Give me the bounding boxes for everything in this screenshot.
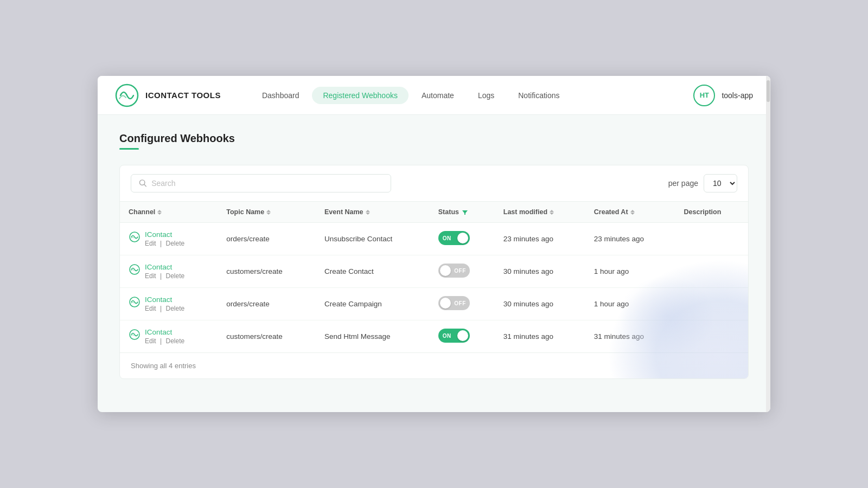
- cell-created-at-1: 1 hour ago: [585, 255, 675, 288]
- cell-created-at-0: 23 minutes ago: [585, 223, 675, 255]
- cell-topic-0: orders/create: [218, 223, 316, 255]
- data-table: Channel Topic Name: [120, 201, 748, 352]
- toggle-knob-2: [440, 298, 451, 309]
- table-row: IContact Edit | Delete orders/create Cre…: [120, 288, 748, 320]
- cell-description-0: [675, 223, 748, 255]
- toggle-knob-0: [457, 233, 468, 243]
- cell-last-modified-2: 30 minutes ago: [495, 288, 585, 320]
- nav-notifications[interactable]: Notifications: [507, 87, 570, 104]
- col-status[interactable]: Status: [430, 202, 495, 223]
- filter-icon: [462, 209, 468, 215]
- cell-channel-1: IContact Edit | Delete: [120, 255, 218, 288]
- edit-link-3[interactable]: Edit: [145, 337, 156, 345]
- delete-link-0[interactable]: Delete: [166, 240, 185, 247]
- toggle-knob-1: [440, 265, 451, 276]
- per-page-label: per page: [668, 179, 698, 188]
- cell-status-1: OFF: [430, 255, 495, 288]
- scrollbar-track[interactable]: [766, 76, 770, 412]
- cell-topic-2: orders/create: [218, 288, 316, 320]
- table-body: IContact Edit | Delete orders/create Uns…: [120, 223, 748, 353]
- nav-registered-webhooks[interactable]: Registered Webhooks: [312, 87, 408, 104]
- cell-created-at-2: 1 hour ago: [585, 288, 675, 320]
- header-right: HT tools-app: [693, 85, 753, 106]
- search-input[interactable]: [151, 179, 383, 188]
- edit-link-2[interactable]: Edit: [145, 305, 156, 312]
- entries-text: Showing all 4 entries: [120, 352, 748, 378]
- cell-event-1: Create Contact: [316, 255, 430, 288]
- cell-status-3: ON: [430, 320, 495, 353]
- user-label: tools-app: [722, 91, 753, 100]
- col-event-name[interactable]: Event Name: [316, 202, 430, 223]
- cell-event-0: Unsubscribe Contact: [316, 223, 430, 255]
- table-header-row: Channel Topic Name: [120, 202, 748, 223]
- sort-icon-last-modified: [550, 210, 554, 215]
- cell-description-1: [675, 255, 748, 288]
- channel-icon-2: [129, 296, 141, 308]
- status-toggle-0[interactable]: ON: [438, 231, 470, 245]
- channel-name-0: IContact: [145, 230, 184, 239]
- page-content: Configured Webhooks per page 10: [98, 115, 770, 396]
- cell-channel-2: IContact Edit | Delete: [120, 288, 218, 320]
- logo-area: ICONTACT TOOLS: [115, 84, 221, 107]
- edit-link-1[interactable]: Edit: [145, 272, 156, 280]
- search-icon: [139, 179, 147, 188]
- app-window: ICONTACT TOOLS Dashboard Registered Webh…: [98, 76, 770, 412]
- main-nav: Dashboard Registered Webhooks Automate L…: [251, 87, 680, 104]
- cell-created-at-3: 31 minutes ago: [585, 320, 675, 353]
- page-title: Configured Webhooks: [119, 132, 749, 145]
- toggle-label-0: ON: [443, 235, 451, 241]
- toggle-label-1: OFF: [454, 268, 466, 274]
- sort-icon-topic: [266, 210, 271, 215]
- col-created-at[interactable]: Created At: [585, 202, 675, 223]
- per-page-select[interactable]: 10 25 50: [704, 174, 737, 192]
- delete-link-2[interactable]: Delete: [166, 305, 185, 312]
- delete-link-1[interactable]: Delete: [166, 272, 185, 280]
- table-toolbar: per page 10 25 50: [120, 165, 748, 201]
- channel-name-3: IContact: [145, 328, 184, 336]
- header: ICONTACT TOOLS Dashboard Registered Webh…: [98, 76, 770, 115]
- col-last-modified[interactable]: Last modified: [495, 202, 585, 223]
- table-container: per page 10 25 50 Channel: [119, 165, 749, 379]
- channel-name-1: IContact: [145, 263, 184, 271]
- cell-event-2: Create Campaign: [316, 288, 430, 320]
- svg-marker-3: [462, 210, 468, 215]
- col-topic-name[interactable]: Topic Name: [218, 202, 316, 223]
- table-row: IContact Edit | Delete orders/create Uns…: [120, 223, 748, 255]
- nav-logs[interactable]: Logs: [467, 87, 505, 104]
- nav-automate[interactable]: Automate: [411, 87, 465, 104]
- channel-name-2: IContact: [145, 296, 184, 304]
- title-underline: [119, 148, 139, 150]
- table-row: IContact Edit | Delete customers/create …: [120, 320, 748, 353]
- search-box: [131, 174, 391, 192]
- cell-topic-1: customers/create: [218, 255, 316, 288]
- per-page-area: per page 10 25 50: [668, 174, 737, 192]
- status-toggle-2[interactable]: OFF: [438, 296, 470, 310]
- cell-channel-3: IContact Edit | Delete: [120, 320, 218, 353]
- svg-line-2: [144, 184, 146, 186]
- sort-icon-created-at: [630, 210, 635, 215]
- status-toggle-1[interactable]: OFF: [438, 264, 470, 278]
- cell-description-2: [675, 288, 748, 320]
- logo-icon: [115, 84, 139, 107]
- col-description: Description: [675, 202, 748, 223]
- cell-status-0: ON: [430, 223, 495, 255]
- nav-dashboard[interactable]: Dashboard: [251, 87, 310, 104]
- avatar[interactable]: HT: [693, 85, 715, 106]
- cell-status-2: OFF: [430, 288, 495, 320]
- cell-description-3: [675, 320, 748, 353]
- cell-last-modified-0: 23 minutes ago: [495, 223, 585, 255]
- cell-channel-0: IContact Edit | Delete: [120, 223, 218, 255]
- status-toggle-3[interactable]: ON: [438, 329, 470, 343]
- table-row: IContact Edit | Delete customers/create …: [120, 255, 748, 288]
- cell-last-modified-1: 30 minutes ago: [495, 255, 585, 288]
- col-channel[interactable]: Channel: [120, 202, 218, 223]
- cell-topic-3: customers/create: [218, 320, 316, 353]
- scrollbar-thumb[interactable]: [767, 80, 770, 102]
- app-title: ICONTACT TOOLS: [145, 91, 221, 100]
- edit-link-0[interactable]: Edit: [145, 240, 156, 247]
- sort-icon-channel: [157, 210, 162, 215]
- channel-icon-3: [129, 329, 141, 341]
- delete-link-3[interactable]: Delete: [166, 337, 185, 345]
- channel-icon-1: [129, 264, 141, 275]
- channel-icon-0: [129, 231, 141, 243]
